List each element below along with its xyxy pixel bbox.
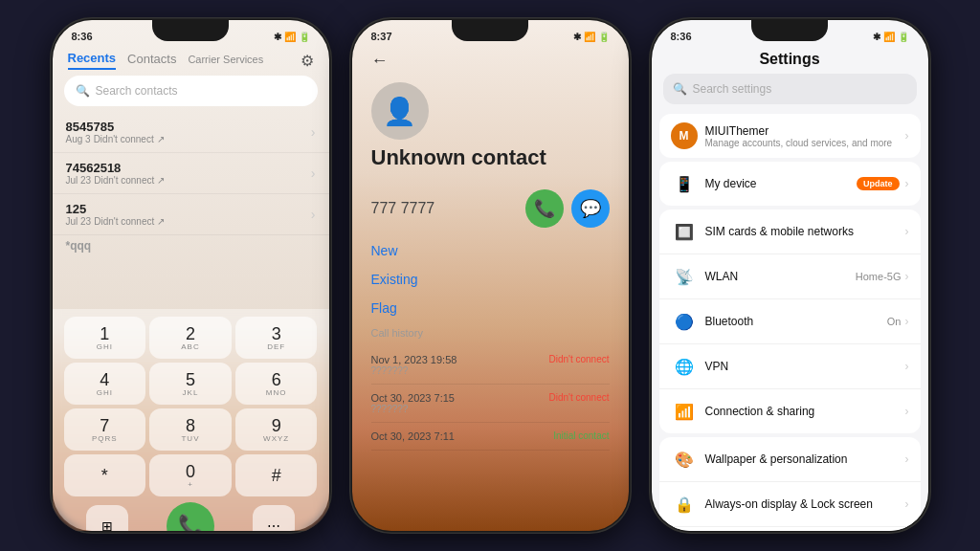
battery-icon: 🔋 [299, 32, 310, 42]
settings-user-item[interactable]: M MIUIThemer Manage accounts, cloud serv… [659, 114, 921, 158]
dial-key-9[interactable]: 9WXYZ [235, 408, 318, 451]
tabs-row: Recents Contacts Carrier Services ⚙ [53, 47, 329, 70]
existing-option[interactable]: Existing [371, 272, 610, 287]
wlan-text: WLAN [705, 270, 856, 283]
search-contacts-placeholder: Search contacts [96, 84, 178, 98]
new-option[interactable]: New [371, 243, 610, 258]
call-button[interactable]: 📞 [167, 502, 214, 531]
settings-item-bluetooth[interactable]: 🔵 Bluetooth On › [659, 299, 921, 344]
dial-key-2[interactable]: 2ABC [149, 317, 232, 359]
lock-label: Always-on display & Lock screen [705, 497, 905, 511]
dial-key-1[interactable]: 1GHI [64, 317, 146, 359]
time-1: 8:36 [72, 31, 93, 42]
time-2: 8:37 [371, 31, 392, 42]
call-action-button[interactable]: 📞 [525, 189, 564, 228]
dial-key-0[interactable]: 0+ [149, 454, 232, 496]
bluetooth-chevron: › [905, 315, 909, 328]
settings-item-wallpaper[interactable]: 🎨 Wallpaper & personalization › [659, 437, 921, 482]
signal-icon: 📶 [284, 32, 296, 42]
time-3: 8:36 [671, 31, 692, 42]
device-label: My device [705, 177, 857, 190]
history-date-0: Nov 1, 2023 19:58 [371, 354, 457, 365]
back-button[interactable]: ← [371, 47, 610, 75]
call-number-1: 74562518 [66, 161, 166, 175]
notch [152, 20, 229, 41]
connection-chevron: › [905, 405, 909, 418]
update-badge: Update [857, 177, 900, 190]
connection-label: Connection & sharing [705, 405, 905, 418]
device-icon: 📱 [671, 170, 698, 197]
tab-contacts[interactable]: Contacts [127, 52, 176, 69]
settings-title: Settings [652, 47, 928, 74]
device-chevron: › [905, 177, 909, 190]
settings-item-lock[interactable]: 🔒 Always-on display & Lock screen › [659, 482, 921, 527]
settings-section-network: 🔲 SIM cards & mobile networks › 📡 WLAN H… [659, 209, 921, 433]
settings-search-bar[interactable]: 🔍 Search settings [663, 74, 917, 104]
call-list: 8545785 Aug 3 Didn't connect ↗ › 7456251… [53, 112, 329, 309]
vpn-chevron: › [905, 360, 909, 373]
settings-item-vpn[interactable]: 🌐 VPN › [659, 344, 921, 389]
vpn-icon: 🌐 [671, 353, 698, 380]
dial-bottom: ⊞ 📞 ⋯ [64, 502, 318, 531]
settings-content: Settings 🔍 Search settings M MIUIThemer … [652, 47, 928, 531]
dial-key-6[interactable]: 6MNO [235, 363, 318, 405]
phone2-content: ← 👤 Unknown contact 777 7777 📞 💬 New Exi… [352, 47, 629, 531]
call-info-2: 125 Jul 23 Didn't connect ↗ [66, 202, 166, 227]
wallpaper-label: Wallpaper & personalization [705, 452, 905, 466]
notch-2 [452, 20, 528, 41]
vpn-text: VPN [705, 360, 905, 373]
notch-3 [751, 20, 828, 41]
settings-section-user: M MIUIThemer Manage accounts, cloud serv… [659, 114, 921, 158]
history-info-0: Nov 1, 2023 19:58 ??????? [371, 354, 457, 376]
connection-text: Connection & sharing [705, 405, 905, 418]
user-info: MIUIThemer Manage accounts, cloud servic… [705, 124, 905, 148]
settings-item-sim[interactable]: 🔲 SIM cards & mobile networks › [659, 209, 921, 254]
wallpaper-text: Wallpaper & personalization [705, 452, 905, 466]
history-item-2: Oct 30, 2023 7:11 Initial contact [371, 423, 610, 451]
settings-item-wlan[interactable]: 📡 WLAN Home-5G › [659, 254, 921, 299]
tab-recents[interactable]: Recents [68, 51, 117, 70]
sim-chevron: › [905, 225, 909, 238]
dial-key-3[interactable]: 3DEF [235, 317, 318, 359]
tab-carrier[interactable]: Carrier Services [188, 54, 263, 68]
status-icons-1: ✱ 📶 🔋 [274, 32, 310, 42]
call-item-2[interactable]: 125 Jul 23 Didn't connect ↗ › [53, 194, 329, 235]
history-items: Nov 1, 2023 19:58 ??????? Didn't connect… [371, 346, 610, 451]
settings-list: M MIUIThemer Manage accounts, cloud serv… [652, 110, 928, 531]
bottom-key-apps[interactable]: ⋯ [253, 505, 295, 531]
bluetooth-value: On [887, 316, 902, 327]
bottom-key-grid[interactable]: ⊞ [86, 505, 128, 531]
dial-key-5[interactable]: 5JKL [149, 363, 232, 405]
history-status-0: Didn't connect [548, 354, 609, 364]
flag-option[interactable]: Flag [371, 300, 610, 316]
bluetooth-icon-2: ✱ [573, 32, 581, 42]
search-contacts-bar[interactable]: 🔍 Search contacts [64, 76, 318, 106]
settings-search-placeholder: Search settings [693, 82, 772, 96]
call-item-0[interactable]: 8545785 Aug 3 Didn't connect ↗ › [53, 112, 329, 153]
user-sublabel: Manage accounts, cloud services, and mor… [705, 138, 905, 148]
call-item-1[interactable]: 74562518 Jul 23 Didn't connect ↗ › [53, 153, 329, 194]
settings-item-device[interactable]: 📱 My device Update › [659, 162, 921, 206]
dial-key-star[interactable]: * [64, 454, 146, 496]
bluetooth-icon: ✱ [274, 32, 281, 42]
dial-key-8[interactable]: 8TUV [149, 408, 232, 451]
dial-key-hash[interactable]: # [235, 454, 318, 496]
contact-avatar: 👤 [371, 82, 429, 140]
status-icons-2: ✱ 📶 🔋 [573, 32, 610, 42]
user-chevron: › [905, 129, 909, 143]
settings-item-connection[interactable]: 📶 Connection & sharing › [659, 389, 921, 433]
settings-item-display[interactable]: ☀️ Display › [659, 527, 921, 531]
dial-key-7[interactable]: 7PQRS [64, 408, 146, 451]
search-icon: 🔍 [76, 84, 90, 98]
message-action-button[interactable]: 💬 [571, 189, 610, 228]
dial-key-4[interactable]: 4GHI [64, 363, 146, 405]
chevron-icon-2: › [311, 207, 316, 222]
history-info-2: Oct 30, 2023 7:11 [371, 430, 455, 442]
chevron-icon-1: › [311, 165, 316, 181]
status-icons-3: ✱ 📶 🔋 [873, 32, 909, 42]
dialpad: 1GHI 2ABC 3DEF 4GHI 5JKL 6MNO 7PQRS 8TUV… [53, 309, 329, 531]
tabs-left: Recents Contacts Carrier Services [68, 51, 264, 70]
signal-icon-2: 📶 [584, 32, 595, 42]
wallpaper-chevron: › [905, 452, 909, 466]
gear-icon[interactable]: ⚙ [301, 52, 314, 70]
